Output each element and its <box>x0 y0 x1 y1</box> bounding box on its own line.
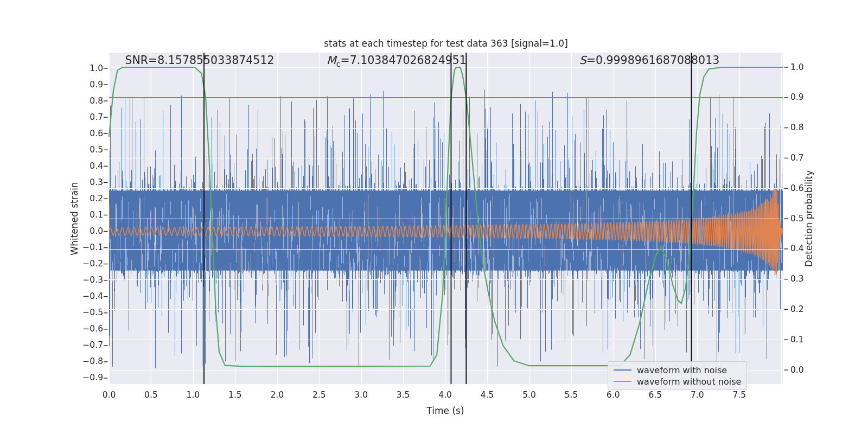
x-tick-label: 6.0 <box>607 390 620 400</box>
x-tick-label: 5.5 <box>565 390 578 400</box>
y-right-tick-label: 0.4 <box>790 244 804 254</box>
x-axis-label: Time (s) <box>426 405 464 416</box>
y-left-tick-label: 0.9 <box>73 80 103 90</box>
y-left-tick-label: 0.5 <box>73 145 103 155</box>
legend-line-sample <box>614 369 631 371</box>
y-right-tick-label: 0.0 <box>790 365 804 375</box>
x-tick-label: 4.5 <box>481 390 494 400</box>
y-left-tick-label: 0.4 <box>73 161 103 171</box>
figure-title: stats at each timestep for test data 363… <box>109 38 783 49</box>
y-left-tick-label: 0.8 <box>73 96 103 106</box>
legend-item-label: waveform without noise <box>637 376 741 387</box>
y-left-tick-label: 1.0 <box>73 63 103 74</box>
x-tick-label: 4.0 <box>438 390 452 400</box>
y-left-tick-label: −0.6 <box>73 324 103 334</box>
legend-item: waveform with noise <box>614 365 741 375</box>
x-tick-label: 1.5 <box>228 390 242 400</box>
y-right-tick-label: 0.1 <box>790 335 804 345</box>
legend-line-sample <box>614 381 631 382</box>
y-right-tick-label: 0.7 <box>790 153 804 163</box>
legend-item-label: waveform with noise <box>637 365 727 375</box>
y-right-tick-label: 0.9 <box>790 92 804 103</box>
y-right-tick-label: 1.0 <box>790 62 804 73</box>
y-left-tick-label: −0.7 <box>73 340 103 350</box>
y-left-tick-label: −0.9 <box>73 373 103 383</box>
y-left-tick-label: −0.2 <box>73 259 103 269</box>
annotation-chirp-mass: Mc=7.103847026824951 <box>327 54 467 68</box>
annotation-signal-prob: S=0.9998961687088013 <box>579 54 719 67</box>
x-tick-label: 5.0 <box>522 390 536 400</box>
y-axis-left-label: Whitened strain <box>69 182 80 255</box>
legend-item: waveform without noise <box>614 376 741 387</box>
y-left-tick-label: −0.8 <box>73 356 103 367</box>
y-left-tick-label: −0.5 <box>73 308 103 318</box>
legend: waveform with noisewaveform without nois… <box>608 361 747 390</box>
y-right-tick-label: 0.8 <box>790 123 804 133</box>
annotation-snr: SNR=8.157855033874512 <box>125 54 275 67</box>
x-tick-label: 0.0 <box>103 390 116 400</box>
figure: stats at each timestep for test data 363… <box>0 0 868 434</box>
x-tick-label: 7.0 <box>691 390 704 400</box>
x-tick-label: 3.5 <box>397 390 410 400</box>
annotation-chirp-mass-value: =7.103847026824951 <box>341 54 467 67</box>
y-left-tick-label: 0.7 <box>73 112 103 123</box>
y-right-tick-label: 0.5 <box>790 214 804 224</box>
y-right-tick-label: 0.2 <box>790 304 804 315</box>
y-right-tick-label: 0.6 <box>790 183 804 194</box>
x-tick-label: 7.5 <box>732 390 746 400</box>
x-tick-label: 0.5 <box>144 390 158 400</box>
y-right-tick-label: 0.3 <box>790 274 804 284</box>
x-tick-label: 2.0 <box>270 390 284 400</box>
x-tick-label: 1.0 <box>187 390 200 400</box>
x-tick-label: 6.5 <box>649 390 662 400</box>
y-left-tick-label: −0.4 <box>73 291 103 302</box>
y-left-tick-label: 0.6 <box>73 129 103 139</box>
y-axis-right-label: Detection probability <box>803 170 814 267</box>
x-tick-label: 3.0 <box>354 390 368 400</box>
y-left-tick-label: −0.3 <box>73 275 103 285</box>
annotation-signal-var: S <box>579 54 586 67</box>
annotation-signal-value: =0.9998961687088013 <box>586 54 719 67</box>
x-tick-label: 2.5 <box>312 390 326 400</box>
annotation-chirp-mass-var: M <box>327 54 336 67</box>
annotation-snr-text: SNR=8.157855033874512 <box>125 54 275 67</box>
